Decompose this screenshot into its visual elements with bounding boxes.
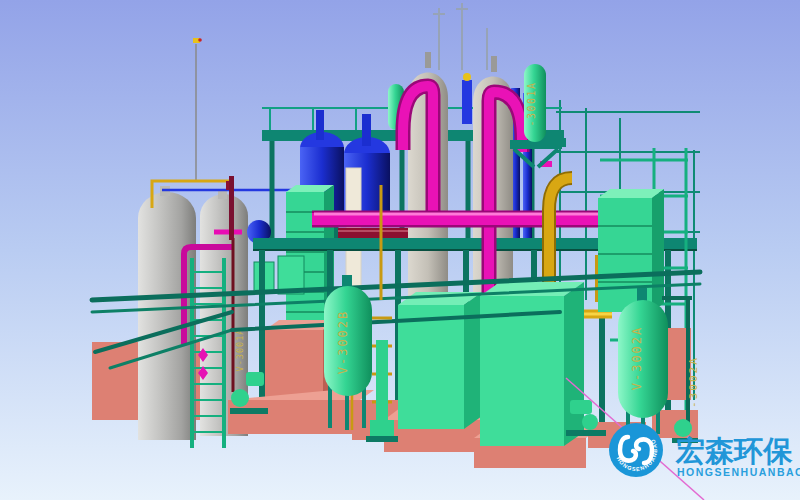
green-box-tank-left [398,292,482,429]
blue-stack-top [462,73,472,124]
logo-name-en: HONGSENHUANBAO [677,466,800,478]
exchanger-tag-label: -3002A [687,356,700,408]
plant-render-viewport: V-3001A [0,0,800,500]
logo-name-cn: 宏森环保 [675,434,793,468]
green-box-tank-right [480,282,584,446]
gray-tank-left [138,186,196,440]
vessel-v3002a-label: V-3002A [630,326,644,391]
plant-3d-render: V-3001A [0,0,800,500]
gauge-tag-label: V-3001A [235,329,245,372]
column-tag-label: -3001A [526,81,537,126]
vessel-v3002b-label: V-3002B [336,310,350,375]
vessel-v3002b: V-3002B [324,275,372,430]
